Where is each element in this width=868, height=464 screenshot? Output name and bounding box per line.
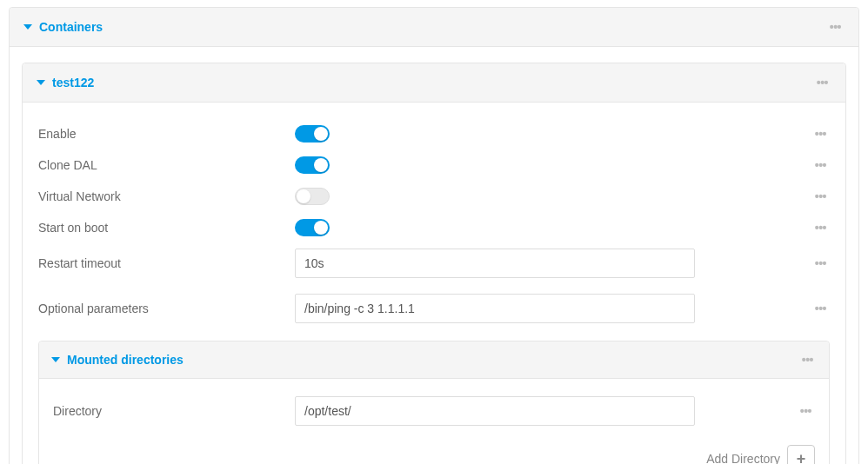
mounted-directories-title: Mounted directories: [67, 353, 184, 367]
restart-timeout-input[interactable]: [295, 249, 695, 278]
add-directory-button[interactable]: +: [787, 445, 815, 464]
container-item-menu-icon[interactable]: •••: [813, 74, 831, 91]
container-item-title: test122: [52, 76, 94, 89]
caret-down-icon: [51, 357, 60, 362]
start-on-boot-row: Start on boot •••: [23, 212, 845, 243]
caret-down-icon: [37, 80, 45, 85]
container-item-panel: test122 ••• Enable ••• Clone DAL: [22, 63, 846, 464]
enable-row: Enable •••: [23, 118, 845, 149]
containers-panel: Containers ••• test122 ••• Enable: [9, 7, 859, 464]
containers-menu-icon[interactable]: •••: [826, 18, 845, 36]
caret-down-icon: [23, 24, 32, 30]
clone-dal-label: Clone DAL: [38, 158, 295, 172]
container-item-header: test122 •••: [23, 63, 845, 103]
mounted-directories-body: Directory ••• Add Directory +: [39, 379, 829, 464]
optional-parameters-input[interactable]: [295, 294, 695, 323]
enable-menu-icon[interactable]: •••: [811, 125, 830, 143]
container-item-toggle[interactable]: test122: [37, 76, 94, 89]
containers-panel-body: test122 ••• Enable ••• Clone DAL: [10, 47, 858, 464]
clone-dal-toggle[interactable]: [295, 156, 330, 174]
virtual-network-row: Virtual Network •••: [23, 181, 845, 212]
containers-panel-header: Containers •••: [10, 8, 858, 47]
enable-label: Enable: [38, 127, 295, 141]
directory-label: Directory: [53, 404, 295, 418]
start-on-boot-menu-icon[interactable]: •••: [811, 219, 830, 236]
mounted-directories-panel: Mounted directories ••• Directory •••: [38, 341, 830, 464]
virtual-network-label: Virtual Network: [38, 189, 295, 203]
container-item-body: Enable ••• Clone DAL •••: [23, 103, 845, 464]
directory-menu-icon[interactable]: •••: [797, 402, 815, 420]
directory-input[interactable]: [295, 396, 695, 426]
mounted-directories-toggle[interactable]: Mounted directories: [51, 353, 184, 367]
add-directory-label: Add Directory: [706, 452, 780, 464]
mounted-directories-menu-icon[interactable]: •••: [798, 351, 817, 368]
directory-row: Directory •••: [39, 393, 829, 429]
start-on-boot-toggle[interactable]: [295, 219, 330, 236]
optional-parameters-row: Optional parameters •••: [23, 288, 845, 328]
containers-title: Containers: [39, 20, 103, 34]
optional-parameters-label: Optional parameters: [38, 302, 295, 315]
plus-icon: +: [797, 450, 806, 465]
restart-timeout-label: Restart timeout: [38, 256, 295, 270]
restart-timeout-menu-icon[interactable]: •••: [811, 255, 830, 272]
restart-timeout-row: Restart timeout •••: [23, 243, 845, 283]
containers-panel-toggle[interactable]: Containers: [23, 20, 103, 34]
virtual-network-toggle[interactable]: [295, 188, 330, 205]
mounted-directories-header: Mounted directories •••: [39, 341, 829, 379]
clone-dal-menu-icon[interactable]: •••: [811, 156, 830, 174]
virtual-network-menu-icon[interactable]: •••: [811, 188, 830, 205]
optional-parameters-menu-icon[interactable]: •••: [811, 300, 830, 317]
start-on-boot-label: Start on boot: [38, 221, 295, 235]
clone-dal-row: Clone DAL •••: [23, 149, 845, 181]
enable-toggle[interactable]: [295, 125, 330, 143]
add-directory-row: Add Directory +: [39, 429, 829, 464]
